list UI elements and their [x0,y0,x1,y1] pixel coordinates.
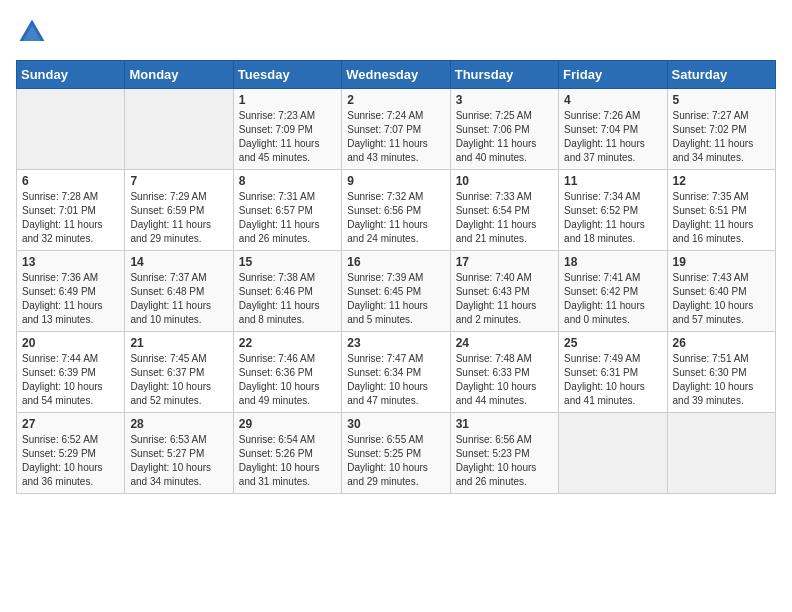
day-cell [125,89,233,170]
day-number: 12 [673,174,770,188]
cell-content: Sunrise: 6:53 AMSunset: 5:27 PMDaylight:… [130,433,227,489]
day-number: 29 [239,417,336,431]
cell-content: Sunrise: 6:52 AMSunset: 5:29 PMDaylight:… [22,433,119,489]
day-cell: 18Sunrise: 7:41 AMSunset: 6:42 PMDayligh… [559,251,667,332]
cell-content: Sunrise: 7:39 AMSunset: 6:45 PMDaylight:… [347,271,444,327]
cell-content: Sunrise: 7:46 AMSunset: 6:36 PMDaylight:… [239,352,336,408]
cell-content: Sunrise: 7:33 AMSunset: 6:54 PMDaylight:… [456,190,553,246]
day-cell: 20Sunrise: 7:44 AMSunset: 6:39 PMDayligh… [17,332,125,413]
day-cell: 8Sunrise: 7:31 AMSunset: 6:57 PMDaylight… [233,170,341,251]
day-number: 3 [456,93,553,107]
day-cell: 4Sunrise: 7:26 AMSunset: 7:04 PMDaylight… [559,89,667,170]
day-cell: 28Sunrise: 6:53 AMSunset: 5:27 PMDayligh… [125,413,233,494]
day-cell: 5Sunrise: 7:27 AMSunset: 7:02 PMDaylight… [667,89,775,170]
day-number: 4 [564,93,661,107]
col-header-wednesday: Wednesday [342,61,450,89]
day-cell: 2Sunrise: 7:24 AMSunset: 7:07 PMDaylight… [342,89,450,170]
cell-content: Sunrise: 7:28 AMSunset: 7:01 PMDaylight:… [22,190,119,246]
cell-content: Sunrise: 7:44 AMSunset: 6:39 PMDaylight:… [22,352,119,408]
day-number: 19 [673,255,770,269]
cell-content: Sunrise: 7:38 AMSunset: 6:46 PMDaylight:… [239,271,336,327]
day-cell: 9Sunrise: 7:32 AMSunset: 6:56 PMDaylight… [342,170,450,251]
day-number: 25 [564,336,661,350]
col-header-thursday: Thursday [450,61,558,89]
col-header-tuesday: Tuesday [233,61,341,89]
day-cell: 13Sunrise: 7:36 AMSunset: 6:49 PMDayligh… [17,251,125,332]
cell-content: Sunrise: 7:26 AMSunset: 7:04 PMDaylight:… [564,109,661,165]
day-number: 10 [456,174,553,188]
day-number: 14 [130,255,227,269]
day-number: 9 [347,174,444,188]
col-header-sunday: Sunday [17,61,125,89]
day-number: 15 [239,255,336,269]
day-cell: 10Sunrise: 7:33 AMSunset: 6:54 PMDayligh… [450,170,558,251]
day-cell: 17Sunrise: 7:40 AMSunset: 6:43 PMDayligh… [450,251,558,332]
day-cell: 22Sunrise: 7:46 AMSunset: 6:36 PMDayligh… [233,332,341,413]
cell-content: Sunrise: 6:54 AMSunset: 5:26 PMDaylight:… [239,433,336,489]
day-number: 18 [564,255,661,269]
day-number: 21 [130,336,227,350]
cell-content: Sunrise: 7:45 AMSunset: 6:37 PMDaylight:… [130,352,227,408]
col-header-saturday: Saturday [667,61,775,89]
day-cell: 21Sunrise: 7:45 AMSunset: 6:37 PMDayligh… [125,332,233,413]
cell-content: Sunrise: 6:56 AMSunset: 5:23 PMDaylight:… [456,433,553,489]
day-cell: 24Sunrise: 7:48 AMSunset: 6:33 PMDayligh… [450,332,558,413]
cell-content: Sunrise: 7:23 AMSunset: 7:09 PMDaylight:… [239,109,336,165]
day-number: 28 [130,417,227,431]
day-number: 5 [673,93,770,107]
calendar-table: SundayMondayTuesdayWednesdayThursdayFrid… [16,60,776,494]
day-cell: 1Sunrise: 7:23 AMSunset: 7:09 PMDaylight… [233,89,341,170]
day-cell: 6Sunrise: 7:28 AMSunset: 7:01 PMDaylight… [17,170,125,251]
day-cell: 16Sunrise: 7:39 AMSunset: 6:45 PMDayligh… [342,251,450,332]
day-number: 7 [130,174,227,188]
day-number: 31 [456,417,553,431]
day-cell: 23Sunrise: 7:47 AMSunset: 6:34 PMDayligh… [342,332,450,413]
day-cell [17,89,125,170]
day-number: 24 [456,336,553,350]
day-cell: 3Sunrise: 7:25 AMSunset: 7:06 PMDaylight… [450,89,558,170]
cell-content: Sunrise: 7:29 AMSunset: 6:59 PMDaylight:… [130,190,227,246]
day-number: 17 [456,255,553,269]
cell-content: Sunrise: 7:49 AMSunset: 6:31 PMDaylight:… [564,352,661,408]
cell-content: Sunrise: 7:32 AMSunset: 6:56 PMDaylight:… [347,190,444,246]
day-number: 30 [347,417,444,431]
cell-content: Sunrise: 7:34 AMSunset: 6:52 PMDaylight:… [564,190,661,246]
col-header-friday: Friday [559,61,667,89]
week-row-3: 13Sunrise: 7:36 AMSunset: 6:49 PMDayligh… [17,251,776,332]
day-number: 22 [239,336,336,350]
day-number: 6 [22,174,119,188]
day-number: 8 [239,174,336,188]
cell-content: Sunrise: 7:36 AMSunset: 6:49 PMDaylight:… [22,271,119,327]
day-number: 23 [347,336,444,350]
cell-content: Sunrise: 7:41 AMSunset: 6:42 PMDaylight:… [564,271,661,327]
week-row-4: 20Sunrise: 7:44 AMSunset: 6:39 PMDayligh… [17,332,776,413]
header-row: SundayMondayTuesdayWednesdayThursdayFrid… [17,61,776,89]
day-cell: 27Sunrise: 6:52 AMSunset: 5:29 PMDayligh… [17,413,125,494]
day-cell [667,413,775,494]
day-number: 26 [673,336,770,350]
calendar-container: SundayMondayTuesdayWednesdayThursdayFrid… [0,0,792,510]
cell-content: Sunrise: 7:27 AMSunset: 7:02 PMDaylight:… [673,109,770,165]
cell-content: Sunrise: 7:43 AMSunset: 6:40 PMDaylight:… [673,271,770,327]
logo-icon [16,16,48,48]
day-cell: 25Sunrise: 7:49 AMSunset: 6:31 PMDayligh… [559,332,667,413]
cell-content: Sunrise: 7:48 AMSunset: 6:33 PMDaylight:… [456,352,553,408]
day-cell: 7Sunrise: 7:29 AMSunset: 6:59 PMDaylight… [125,170,233,251]
cell-content: Sunrise: 7:47 AMSunset: 6:34 PMDaylight:… [347,352,444,408]
col-header-monday: Monday [125,61,233,89]
day-number: 20 [22,336,119,350]
cell-content: Sunrise: 7:40 AMSunset: 6:43 PMDaylight:… [456,271,553,327]
header [16,16,776,48]
cell-content: Sunrise: 7:24 AMSunset: 7:07 PMDaylight:… [347,109,444,165]
day-cell: 30Sunrise: 6:55 AMSunset: 5:25 PMDayligh… [342,413,450,494]
day-number: 2 [347,93,444,107]
day-number: 11 [564,174,661,188]
day-cell: 14Sunrise: 7:37 AMSunset: 6:48 PMDayligh… [125,251,233,332]
day-cell: 15Sunrise: 7:38 AMSunset: 6:46 PMDayligh… [233,251,341,332]
day-cell [559,413,667,494]
cell-content: Sunrise: 7:37 AMSunset: 6:48 PMDaylight:… [130,271,227,327]
week-row-5: 27Sunrise: 6:52 AMSunset: 5:29 PMDayligh… [17,413,776,494]
day-number: 16 [347,255,444,269]
day-cell: 19Sunrise: 7:43 AMSunset: 6:40 PMDayligh… [667,251,775,332]
cell-content: Sunrise: 7:51 AMSunset: 6:30 PMDaylight:… [673,352,770,408]
